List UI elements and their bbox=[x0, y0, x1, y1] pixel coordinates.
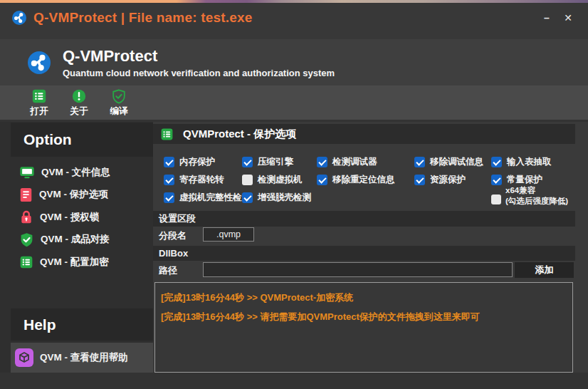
list-icon bbox=[160, 128, 174, 141]
sidebar-item-label: QVM - 成品对接 bbox=[41, 233, 110, 246]
checkbox-resource-protect[interactable]: 资源保护 bbox=[414, 171, 491, 189]
checkbox-remove-reloc-info[interactable]: 移除重定位信息 bbox=[317, 171, 414, 189]
close-button[interactable]: ✕ bbox=[561, 11, 575, 25]
sidebar-item-label: QVM - 授权锁 bbox=[40, 211, 99, 224]
checkbox-detect-debugger[interactable]: 检测调试器 bbox=[317, 153, 414, 171]
log-output-droparea[interactable]: [完成]13时16分44秒 >> QVMProtect-加密系统 [完成]13时… bbox=[154, 282, 573, 373]
sidebar-item-file-info[interactable]: QVM - 文件信息 bbox=[0, 161, 153, 184]
title-bar: Q-VMProtect | File name: test.exe – ✕ bbox=[0, 3, 588, 39]
protection-options-grid: 内存保护 压缩引擎 检测调试器 移除调试信息 输入表抽取 寄存器轮转 检测虚拟机 bbox=[153, 153, 575, 207]
sidebar-item-license-lock[interactable]: QVM - 授权锁 bbox=[0, 206, 153, 229]
checkbox-vm-integrity-check[interactable]: 虚拟机完整性检查 bbox=[164, 189, 242, 207]
sidebar-item-config-encrypt[interactable]: QVM - 配置加密 bbox=[0, 251, 153, 274]
panel-title-bar: QVMProtect - 保护选项 bbox=[153, 124, 575, 144]
checkbox-x64-compat[interactable]: x64兼容 (勾选后强度降低) bbox=[491, 185, 575, 207]
list-icon bbox=[31, 88, 47, 104]
about-button-label: 关于 bbox=[70, 105, 88, 118]
add-button[interactable]: 添加 bbox=[515, 262, 574, 278]
app-logo-icon bbox=[12, 11, 26, 25]
checkbox[interactable] bbox=[414, 175, 425, 185]
sidebar-option-header: Option bbox=[11, 123, 153, 157]
checkbox-remove-debug-info[interactable]: 移除调试信息 bbox=[414, 153, 491, 171]
shield-check-icon bbox=[19, 232, 34, 247]
sidebar-help-header: Help bbox=[11, 308, 153, 341]
checkbox[interactable] bbox=[164, 175, 174, 185]
main-panel: QVMProtect - 保护选项 内存保护 压缩引擎 检测调试器 移除调试信息… bbox=[153, 122, 588, 373]
app-logo-icon-large bbox=[28, 51, 51, 74]
checkbox-detect-vm[interactable]: 检测虚拟机 bbox=[242, 171, 317, 189]
segment-name-label: 分段名 bbox=[159, 227, 187, 244]
sidebar-item-product-dock[interactable]: QVM - 成品对接 bbox=[0, 229, 153, 251]
segment-name-input[interactable] bbox=[203, 227, 254, 242]
checkbox[interactable] bbox=[242, 175, 253, 185]
lock-icon bbox=[19, 209, 33, 224]
checkbox-anti-unpack[interactable]: 增强脱壳检测 bbox=[242, 189, 317, 207]
document-lines-icon bbox=[19, 187, 33, 202]
checkbox[interactable] bbox=[242, 192, 253, 203]
sidebar-item-label: QVM - 查看使用帮助 bbox=[40, 351, 128, 364]
monitor-icon bbox=[19, 165, 35, 180]
path-label: 路径 bbox=[159, 261, 177, 279]
checkbox-import-table-extract[interactable]: 输入表抽取 bbox=[491, 153, 575, 171]
checkbox[interactable] bbox=[317, 175, 327, 185]
sidebar-item-label: QVM - 配置加密 bbox=[40, 256, 109, 269]
checkbox[interactable] bbox=[164, 157, 174, 167]
info-icon bbox=[71, 88, 87, 104]
panel-title: QVMProtect - 保护选项 bbox=[183, 128, 296, 141]
window-title: Q-VMProtect | File name: test.exe bbox=[33, 10, 253, 26]
minimize-button[interactable]: – bbox=[540, 11, 554, 25]
help-header-label: Help bbox=[11, 316, 56, 333]
checkbox[interactable] bbox=[164, 192, 174, 203]
open-button-label: 打开 bbox=[31, 105, 48, 118]
checkbox-compress-engine[interactable]: 压缩引擎 bbox=[242, 153, 317, 171]
cube-icon bbox=[15, 348, 33, 367]
sidebar-item-help[interactable]: QVM - 查看使用帮助 bbox=[11, 343, 153, 373]
sidebar-items: QVM - 文件信息 QVM - 保护选项 QVM - bbox=[0, 161, 153, 274]
shield-check-outline-icon bbox=[111, 88, 127, 104]
list-icon bbox=[19, 255, 33, 269]
path-row: 路径 添加 bbox=[153, 261, 575, 281]
checkbox-register-rotate[interactable]: 寄存器轮转 bbox=[164, 171, 242, 189]
checkbox[interactable] bbox=[491, 157, 502, 167]
open-button[interactable]: 打开 bbox=[24, 88, 54, 118]
x64-label: x64兼容 (勾选后强度降低) bbox=[505, 185, 568, 206]
checkbox[interactable] bbox=[414, 157, 425, 167]
compile-button-label: 编译 bbox=[110, 105, 128, 118]
log-line: [完成]13时16分44秒 >> QVMProtect-加密系统 bbox=[161, 288, 567, 307]
checkbox[interactable] bbox=[317, 157, 327, 167]
compile-button[interactable]: 编译 bbox=[104, 88, 134, 118]
app-header: Q-VMProtect Quantum cloud network verifi… bbox=[0, 39, 588, 85]
checkbox-memory-protect[interactable]: 内存保护 bbox=[164, 153, 242, 171]
about-button[interactable]: 关于 bbox=[64, 88, 94, 118]
checkbox[interactable] bbox=[491, 175, 502, 185]
sidebar-item-protect-options[interactable]: QVM - 保护选项 bbox=[0, 184, 153, 207]
section-header: 设置区段 bbox=[153, 211, 575, 227]
dllbox-header: DllBox bbox=[153, 246, 575, 261]
toolbar: 打开 关于 编译 bbox=[0, 85, 588, 120]
checkbox[interactable] bbox=[242, 157, 253, 167]
checkbox[interactable] bbox=[491, 194, 501, 204]
log-line: [完成]13时16分44秒 >> 请把需要加QVMProtect保护的文件拖拽到… bbox=[161, 307, 567, 326]
sidebar-item-label: QVM - 保护选项 bbox=[39, 188, 108, 201]
sidebar: Option QVM - 文件信息 QVM - 保 bbox=[0, 122, 153, 373]
path-input[interactable] bbox=[203, 262, 513, 277]
app-subtitle: Quantum cloud network verification and a… bbox=[63, 68, 335, 78]
option-header-label: Option bbox=[11, 131, 72, 148]
segment-row: 分段名 bbox=[153, 227, 575, 246]
sidebar-item-label: QVM - 文件信息 bbox=[41, 166, 110, 179]
app-title: Q-VMProtect bbox=[63, 47, 335, 66]
